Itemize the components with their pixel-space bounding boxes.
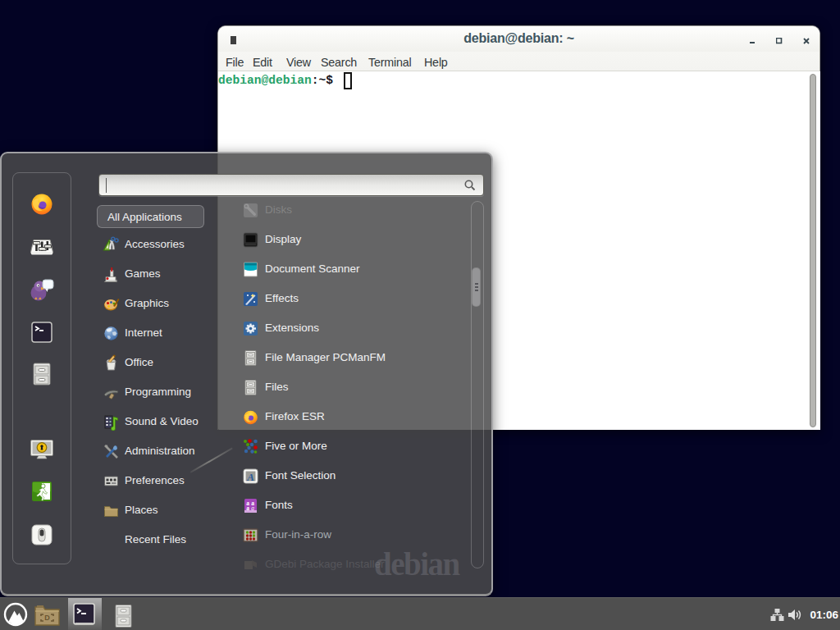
svg-text:a: a xyxy=(246,504,249,512)
svg-text:a: a xyxy=(251,504,254,512)
svg-text:D: D xyxy=(44,614,50,622)
svg-text:A: A xyxy=(246,471,254,483)
